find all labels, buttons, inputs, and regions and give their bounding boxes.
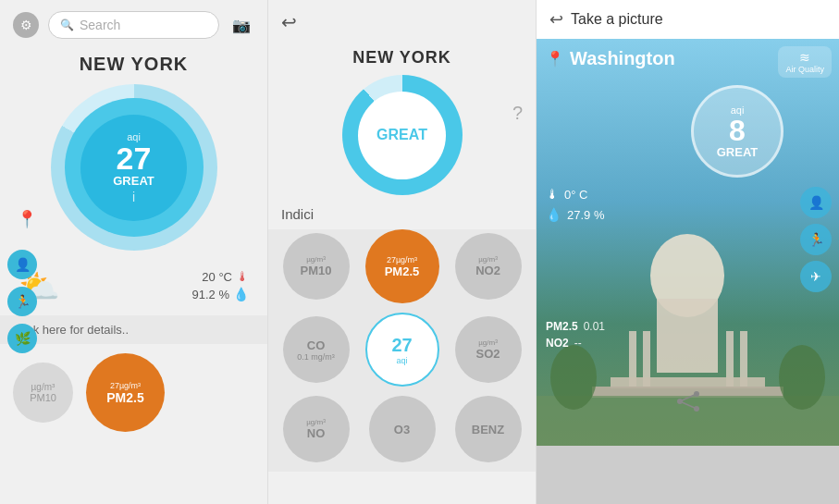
panel-new-york-detail: ↩ NEW YORK GREAT ? Indici µg/m³ PM10 27µ… — [268, 0, 537, 504]
indici-o3[interactable]: O3 — [364, 396, 440, 462]
indici-co-circle: CO 0.1 mg/m³ — [283, 316, 350, 383]
svg-rect-1 — [657, 299, 718, 373]
aqi-value: 27 — [117, 142, 152, 174]
indici-o3-circle: O3 — [369, 396, 436, 462]
p3-icon-run[interactable]: 🏃 — [800, 224, 832, 255]
indici-label: Indici — [268, 203, 536, 229]
p3-aqi-status: GREAT — [717, 145, 759, 159]
p3-pm25-row: PM2.5 0.01 — [546, 320, 605, 333]
indici-pm25[interactable]: 27µg/m³ PM2.5 — [364, 229, 440, 303]
pm10-circle[interactable]: µg/m³ PM10 — [13, 363, 73, 423]
thermometer-icon: 🌡 — [236, 269, 249, 284]
pm10-label: PM10 — [30, 392, 56, 403]
p3-location-icon: 📍 — [546, 50, 564, 68]
p3-humidity-icon: 💧 — [546, 207, 561, 222]
panel-washington: ↩ Take a picture 📍 Washingto — [537, 0, 839, 504]
air-quality-icon: ≋ — [799, 50, 810, 65]
indici-so2-circle: µg/m³ SO2 — [455, 316, 522, 383]
p3-photo-area: 📍 Washington ≋ Air Quality aqi 8 GREAT 👤… — [537, 39, 839, 446]
svg-point-10 — [779, 345, 825, 410]
p2-aqi-status: GREAT — [376, 127, 427, 143]
click-details[interactable]: Click here for details.. — [0, 315, 267, 344]
humidity-icon: 💧 — [233, 287, 249, 301]
p1-header: ⚙ 🔍 Search 📷 — [0, 0, 267, 50]
p3-pollution-info: PM2.5 0.01 NO2 -- — [546, 320, 605, 353]
p2-header: ↩ — [268, 0, 536, 44]
icon-activity[interactable]: 🏃 — [7, 287, 37, 316]
indici-no[interactable]: µg/m³ NO — [278, 396, 354, 462]
p3-no2-row: NO2 -- — [546, 337, 605, 350]
icon-leaf[interactable]: 🌿 — [7, 324, 37, 353]
indici-grid: µg/m³ PM10 27µg/m³ PM2.5 µg/m³ NO2 CO 0.… — [268, 229, 536, 472]
p3-thermometer-icon: 🌡 — [546, 187, 559, 202]
search-icon: 🔍 — [60, 18, 74, 31]
icon-person[interactable]: 👤 — [7, 250, 37, 279]
share-icon — [674, 390, 702, 412]
p3-air-quality-badge: ≋ Air Quality — [778, 46, 832, 78]
pm25-circle[interactable]: 27µg/m³ PM2.5 — [86, 353, 165, 432]
p3-icon-no-flight[interactable]: ✈ — [800, 261, 832, 292]
p3-aq-label: Air Quality — [785, 65, 824, 74]
indici-no2[interactable]: µg/m³ NO2 — [450, 229, 526, 303]
bottom-circles: µg/m³ PM10 27µg/m³ PM2.5 — [0, 344, 267, 441]
p3-humidity-row: 💧 27.9 % — [546, 207, 604, 222]
humidity-value: 91.2 % — [192, 288, 229, 301]
indici-co[interactable]: CO 0.1 mg/m³ — [278, 313, 354, 387]
p2-city-title: NEW YORK — [268, 48, 536, 68]
indici-aqi-27[interactable]: 27 aqi — [364, 313, 440, 387]
indici-no-circle: µg/m³ NO — [283, 396, 350, 462]
indici-aqi-circle: 27 aqi — [365, 313, 439, 387]
help-icon[interactable]: ? — [512, 103, 523, 124]
aqi-info: i — [132, 190, 135, 204]
p3-aqi-value: 8 — [729, 116, 746, 145]
indici-pm25-circle: 27µg/m³ PM2.5 — [365, 229, 439, 303]
p3-right-icons: 👤 🏃 ✈ — [800, 187, 832, 292]
p2-aqi-inner: GREAT — [358, 92, 446, 179]
indici-pm10[interactable]: µg/m³ PM10 — [278, 229, 354, 303]
temperature-value: 20 °C — [202, 270, 232, 284]
p2-aqi-ring[interactable]: GREAT — [342, 75, 463, 195]
p1-city-title: NEW YORK — [0, 54, 267, 75]
pm25-circle-bg: 27µg/m³ PM2.5 — [86, 353, 165, 432]
gear-icon[interactable]: ⚙ — [13, 12, 39, 38]
indici-benz-circle: BENZ — [455, 396, 522, 462]
aqi-ring-outer: aqi 27 GREAT i — [51, 84, 217, 251]
search-placeholder: Search — [80, 18, 120, 32]
pm25-label: PM2.5 — [106, 390, 143, 405]
pm10-unit: µg/m³ — [31, 382, 56, 392]
aqi-ring-inner: aqi 27 GREAT i — [80, 115, 187, 221]
pm10-circle-bg: µg/m³ PM10 — [13, 363, 73, 423]
p2-aqi-container: GREAT ? — [268, 75, 536, 195]
indici-benz[interactable]: BENZ — [450, 396, 526, 462]
side-icons: 👤 🏃 🌿 — [7, 250, 37, 353]
back-arrow-icon[interactable]: ↩ — [281, 11, 297, 33]
svg-point-9 — [550, 345, 597, 410]
p3-share-button[interactable] — [674, 390, 702, 418]
humidity-row: 91.2 % 💧 — [192, 287, 249, 301]
p3-pm25-value: 0.01 — [584, 320, 605, 333]
p3-header: ↩ Take a picture — [537, 0, 839, 39]
weather-section: ⛅ 20 °C 🌡 91.2 % 💧 — [0, 258, 267, 310]
aqi-status: GREAT — [113, 174, 154, 188]
svg-line-15 — [680, 401, 697, 409]
p3-aqi-center-circle: aqi 8 GREAT — [691, 85, 783, 178]
p3-header-title: Take a picture — [571, 11, 663, 28]
location-icon: 📍 — [17, 209, 37, 229]
temperature-row: 20 °C 🌡 — [192, 269, 249, 284]
svg-line-14 — [680, 394, 697, 401]
p3-weather-left: 🌡 0° C 💧 27.9 % — [546, 187, 604, 222]
p3-no2-value: -- — [574, 337, 582, 350]
p3-icon-person[interactable]: 👤 — [800, 187, 832, 218]
p3-location-bar: 📍 Washington — [546, 48, 675, 69]
aqi-ring-mid: aqi 27 GREAT i — [65, 98, 204, 237]
p3-back-icon[interactable]: ↩ — [549, 9, 563, 30]
p3-city-name: Washington — [570, 48, 675, 69]
p3-temp-row: 🌡 0° C — [546, 187, 604, 202]
camera-icon[interactable]: 📷 — [228, 12, 254, 38]
indici-no2-circle: µg/m³ NO2 — [455, 233, 522, 300]
aqi-label: aqi — [127, 131, 141, 142]
pm25-value: 27µg/m³ — [110, 381, 141, 390]
p1-aqi-circle[interactable]: aqi 27 GREAT i — [51, 84, 217, 251]
search-bar[interactable]: 🔍 Search — [48, 11, 219, 39]
indici-so2[interactable]: µg/m³ SO2 — [450, 313, 526, 387]
